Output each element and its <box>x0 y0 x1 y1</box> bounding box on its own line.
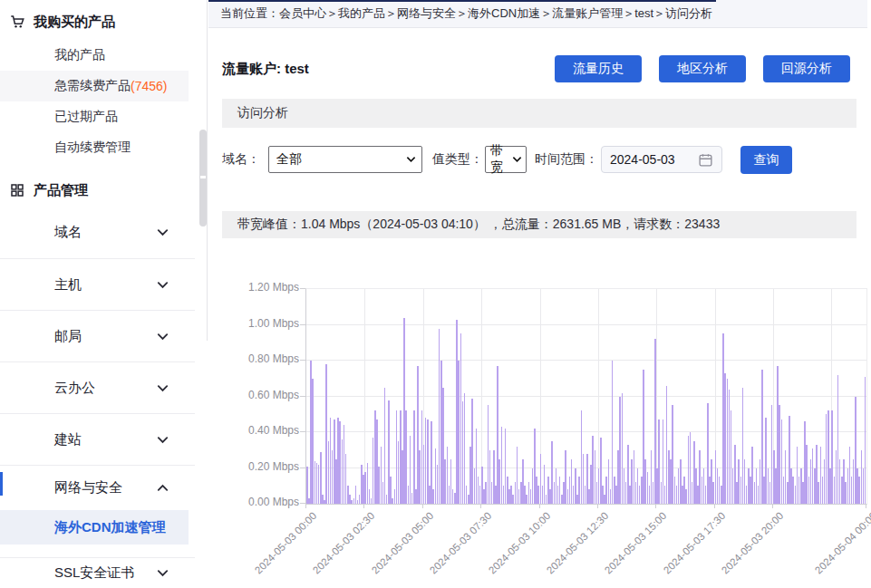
sidebar-item[interactable]: 自动续费管理 <box>0 132 189 163</box>
sidebar-accordion-label: 网络与安全 <box>54 479 122 496</box>
main-content: 当前位置：会员中心＞我的产品＞网络与安全＞海外CDN加速＞流量账户管理＞test… <box>208 0 871 588</box>
traffic-account-label: 流量账户: test <box>222 54 309 83</box>
x-axis-tick <box>539 504 540 508</box>
y-axis-label: 0.60 Mbps <box>227 389 299 401</box>
chevron-down-icon <box>156 278 169 292</box>
chevron-down-icon <box>406 156 416 163</box>
renewal-count-badge: (7456) <box>131 79 167 93</box>
cart-icon <box>9 14 25 30</box>
chart-plot <box>305 288 867 505</box>
region-analysis-button[interactable]: 地区分析 <box>659 55 746 82</box>
sidebar-item-cdn-management[interactable]: 海外CDN加速管理 <box>0 510 189 545</box>
date-value: 2024-05-03 <box>610 152 675 167</box>
x-axis-label: 2024-05-04 00:00 <box>800 510 871 588</box>
sidebar-accordion-label: 云办公 <box>54 380 95 397</box>
sidebar-accordion-label: 建站 <box>54 431 82 448</box>
y-axis-tick <box>300 360 305 361</box>
sidebar-accordion-label: 邮局 <box>54 328 82 345</box>
x-axis-tick <box>363 504 364 508</box>
y-axis-label: 0.40 Mbps <box>227 424 299 437</box>
value-type-select[interactable]: 带宽 <box>485 146 527 173</box>
y-axis-tick <box>300 288 305 289</box>
sidebar-scrollbar-thumb[interactable] <box>199 130 207 227</box>
y-axis-label: 1.00 Mbps <box>227 317 299 330</box>
h-gridline <box>306 324 866 325</box>
sidebar-section-title: 产品管理 <box>34 182 88 199</box>
sidebar-accordion-label: SSL安全证书 <box>54 564 134 582</box>
sidebar: 我购买的产品我的产品急需续费产品(7456)已过期产品自动续费管理产品管理域名主… <box>0 0 195 588</box>
x-axis-tick <box>866 504 866 508</box>
sidebar-item-label: 急需续费产品 <box>54 78 131 94</box>
y-axis-tick <box>300 468 305 468</box>
section-header: 访问分析 <box>222 99 856 128</box>
y-axis-tick <box>300 431 305 432</box>
grid-icon <box>9 182 25 198</box>
x-axis-tick <box>597 504 598 508</box>
sidebar-item[interactable]: 我的产品 <box>0 40 189 71</box>
value-type-label: 值类型： <box>432 146 483 173</box>
x-axis-tick <box>772 504 773 508</box>
x-axis-tick <box>480 504 481 508</box>
sidebar-accordion-1[interactable]: 域名 <box>0 207 195 258</box>
active-section-indicator <box>0 472 3 496</box>
sidebar-accordion-label: 主机 <box>54 276 82 294</box>
x-axis-tick <box>714 504 715 508</box>
sidebar-section-title: 我购买的产品 <box>34 14 115 31</box>
sidebar-item-label: 我的产品 <box>54 47 105 63</box>
domain-filter-label: 域名： <box>222 146 260 173</box>
query-button[interactable]: 查询 <box>740 146 792 174</box>
chevron-down-icon <box>512 156 522 163</box>
summary-text: 带宽峰值：1.04 Mbps（2024-05-03 04:10） ，总流量：26… <box>237 217 720 233</box>
chevron-down-icon <box>156 381 169 395</box>
y-axis-tick <box>300 324 305 325</box>
chevron-down-icon <box>156 433 169 447</box>
sidebar-section-purchased[interactable]: 我购买的产品 <box>9 9 115 34</box>
y-axis-label: 0.00 Mbps <box>227 496 299 508</box>
summary-bar: 带宽峰值：1.04 Mbps（2024-05-03 04:10） ，总流量：26… <box>222 211 856 238</box>
sidebar-accordion-4[interactable]: 云办公 <box>0 361 195 413</box>
calendar-icon <box>698 152 713 168</box>
traffic-history-button[interactable]: 流量历史 <box>555 55 642 82</box>
sidebar-divider <box>207 0 208 341</box>
h-gridline <box>306 360 866 361</box>
traffic-account-text: 流量账户: test <box>222 61 309 78</box>
y-axis-tick <box>300 396 305 397</box>
chevron-down-icon <box>156 566 169 580</box>
time-range-label: 时间范围： <box>535 146 598 173</box>
sidebar-accordion-3[interactable]: 邮局 <box>0 310 195 361</box>
sidebar-accordion-7[interactable]: SSL安全证书 <box>0 557 195 588</box>
sidebar-item[interactable]: 已过期产品 <box>0 101 189 132</box>
sidebar-item-label: 自动续费管理 <box>54 140 131 156</box>
bandwidth-bar <box>384 388 386 504</box>
sidebar-accordion-2[interactable]: 主机 <box>0 258 195 310</box>
sidebar-accordion-5[interactable]: 建站 <box>0 413 195 465</box>
sidebar-accordion-6[interactable]: 网络与安全 <box>0 465 195 510</box>
sidebar-item-label: 已过期产品 <box>54 109 118 125</box>
h-gridline <box>306 431 866 432</box>
chevron-down-icon <box>156 330 169 343</box>
date-range-input[interactable]: 2024-05-03 <box>601 146 722 173</box>
h-gridline <box>306 396 866 397</box>
chevron-up-icon <box>156 481 169 495</box>
chevron-down-icon <box>156 226 169 239</box>
section-title: 访问分析 <box>237 105 288 121</box>
x-axis-tick <box>305 504 306 508</box>
origin-analysis-button[interactable]: 回源分析 <box>763 55 850 82</box>
y-axis-label: 0.20 Mbps <box>227 460 299 473</box>
y-axis-label: 0.80 Mbps <box>227 352 299 365</box>
sidebar-item[interactable]: 急需续费产品(7456) <box>0 71 189 101</box>
breadcrumb-text: 当前位置：会员中心＞我的产品＞网络与安全＞海外CDN加速＞流量账户管理＞test… <box>220 5 712 22</box>
bandwidth-bar <box>865 377 866 504</box>
sidebar-selected-item-label: 海外CDN加速管理 <box>54 519 166 536</box>
sidebar-section-management[interactable]: 产品管理 <box>9 178 88 203</box>
value-type-select-value: 带宽 <box>490 143 508 176</box>
y-axis-label: 1.20 Mbps <box>227 281 299 294</box>
top-accent-line <box>208 0 716 2</box>
sidebar-accordion-label: 域名 <box>54 224 82 241</box>
x-axis-tick <box>655 504 656 508</box>
domain-select-value: 全部 <box>276 151 302 168</box>
breadcrumb: 当前位置：会员中心＞我的产品＞网络与安全＞海外CDN加速＞流量账户管理＞test… <box>208 0 867 28</box>
x-axis-tick <box>422 504 423 508</box>
domain-select[interactable]: 全部 <box>268 146 422 173</box>
